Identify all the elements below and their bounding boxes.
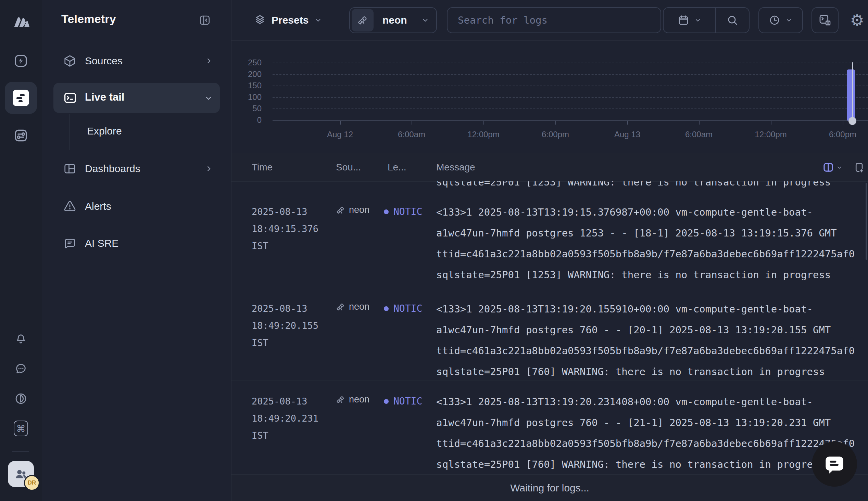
terminal-code-icon — [818, 13, 832, 27]
x-tick-label: 6:00pm — [815, 130, 868, 139]
chat-fab[interactable] — [812, 441, 857, 487]
page-title: Telemetry — [61, 12, 116, 26]
source-select[interactable]: neon — [349, 7, 437, 33]
gridline — [273, 74, 868, 75]
chevron-right-icon — [204, 164, 213, 173]
x-tick-label: 12:00pm — [743, 130, 798, 139]
ai-chat-icon — [63, 237, 76, 250]
log-time: 2025-08-13 18:49:15.376 IST — [252, 203, 318, 255]
y-tick-label: 250 — [232, 58, 262, 67]
level-dot — [384, 306, 389, 311]
run-search-button[interactable] — [716, 8, 749, 32]
live-scrubber-handle[interactable] — [848, 117, 856, 125]
volume-bar — [847, 70, 855, 120]
scrollbar-thumb[interactable] — [866, 183, 867, 260]
level-dot — [384, 399, 389, 404]
sidebar-item-dashboards[interactable]: Dashboards — [42, 158, 231, 180]
y-tick-label: 200 — [232, 70, 262, 79]
rail-divider — [12, 451, 29, 452]
collapse-sidebar-icon[interactable] — [199, 14, 211, 26]
axis-tick — [484, 121, 484, 125]
axis-tick — [555, 121, 556, 125]
log-row[interactable]: 2025-08-13 18:49:15.376 IST neon NOTIC — [232, 191, 868, 288]
axis-tick — [627, 121, 628, 125]
live-scrubber-line — [852, 62, 853, 121]
chevron-down-icon — [204, 94, 213, 103]
column-header-level[interactable]: Le... — [388, 153, 406, 181]
gridline — [273, 108, 868, 109]
time-range-button[interactable] — [759, 7, 803, 33]
feedback-bubble-icon[interactable] — [14, 361, 28, 376]
gridline — [273, 63, 868, 63]
sidebar-item-alerts[interactable]: Alerts — [42, 195, 231, 217]
log-time: 2025-08-13 18:49:20.155 IST — [252, 300, 318, 351]
log-time: 2025-08-13 18:49:20.231 IST — [252, 393, 318, 444]
x-tick-label: 6:00am — [671, 130, 726, 139]
user-initials-badge[interactable]: DR — [24, 475, 40, 491]
rail-item-live-tail-active[interactable] — [5, 82, 37, 114]
chevron-down-icon — [421, 16, 430, 24]
column-header-source[interactable]: Sou... — [336, 153, 361, 181]
main-content: Presets neon — [232, 0, 868, 501]
telescope-icon — [336, 302, 345, 311]
log-row[interactable]: 2025-08-13 18:49:20.231 IST neon NOTIC — [232, 381, 868, 474]
x-tick-label: Aug 12 — [313, 130, 367, 139]
clock-icon — [769, 14, 780, 26]
flash-icon[interactable] — [10, 50, 32, 72]
metrics-sliders-icon[interactable] — [10, 124, 32, 147]
layers-icon — [254, 14, 266, 26]
axis-tick — [412, 121, 412, 125]
sidebar-item-label: Explore — [87, 125, 122, 137]
sidebar-item-explore[interactable]: Explore — [42, 120, 231, 142]
logs-icon — [13, 90, 29, 106]
log-level: NOTIC — [384, 396, 422, 407]
sidebar-item-ai-sre[interactable]: AI SRE — [42, 232, 231, 254]
log-table-header: Time Sou... Le... Message — [232, 153, 868, 182]
log-message: <133>1 2025-08-13T13:19:15.376987+00:00 … — [436, 202, 868, 285]
calendar-icon — [678, 14, 689, 26]
column-header-message[interactable]: Message — [436, 153, 475, 181]
date-search-group — [663, 7, 750, 33]
date-range-button[interactable] — [664, 8, 715, 32]
topbar: Presets neon — [232, 0, 868, 41]
query-console-button[interactable] — [812, 7, 838, 33]
search-input[interactable] — [457, 14, 650, 26]
terminal-icon — [63, 91, 77, 105]
sidebar-item-sources[interactable]: Sources — [42, 50, 231, 72]
telescope-icon — [352, 9, 373, 31]
chevron-down-icon[interactable] — [836, 164, 843, 171]
telescope-icon — [336, 395, 345, 404]
chat-bubble-icon — [823, 452, 846, 476]
bell-icon[interactable] — [14, 331, 28, 345]
search-icon — [726, 14, 739, 26]
waiting-status-bar: Waiting for logs... — [232, 474, 868, 501]
command-menu-icon[interactable]: ⌘ — [14, 421, 28, 436]
log-level: NOTIC — [384, 303, 422, 314]
x-tick-label: Aug 13 — [600, 130, 655, 139]
column-header-time[interactable]: Time — [252, 153, 273, 181]
log-message: <133>1 2025-08-13T13:19:20.231408+00:00 … — [436, 392, 868, 474]
waiting-text: Waiting for logs... — [510, 482, 589, 494]
sidebar-item-live-tail[interactable]: Live tail — [53, 83, 220, 113]
add-column-icon[interactable] — [853, 161, 864, 173]
x-tick-label: 6:00am — [384, 130, 439, 139]
x-tick-label: 12:00pm — [456, 130, 511, 139]
presets-button[interactable]: Presets — [254, 7, 322, 33]
log-message: <133>1 2025-08-13T13:19:20.155910+00:00 … — [436, 299, 868, 382]
chevron-right-icon — [204, 56, 213, 65]
columns-layout-icon[interactable] — [823, 161, 834, 173]
axis-tick — [340, 121, 341, 125]
app-window: ⌘ DR Telemetry — [0, 0, 868, 501]
log-search — [447, 7, 661, 33]
log-row[interactable]: 2025-08-13 18:49:20.155 IST neon NOTIC — [232, 288, 868, 381]
axis-tick — [771, 121, 771, 125]
gridline — [273, 97, 868, 98]
brand-logo-icon[interactable] — [11, 11, 31, 31]
log-level: NOTIC — [384, 206, 422, 217]
gridline — [273, 86, 868, 86]
y-tick-label: 0 — [232, 115, 262, 125]
settings-gear-icon[interactable]: ⚙ — [848, 11, 866, 30]
presets-label: Presets — [272, 14, 308, 26]
theme-contrast-icon[interactable] — [14, 392, 28, 406]
sidebar-item-label: Sources — [85, 55, 123, 67]
